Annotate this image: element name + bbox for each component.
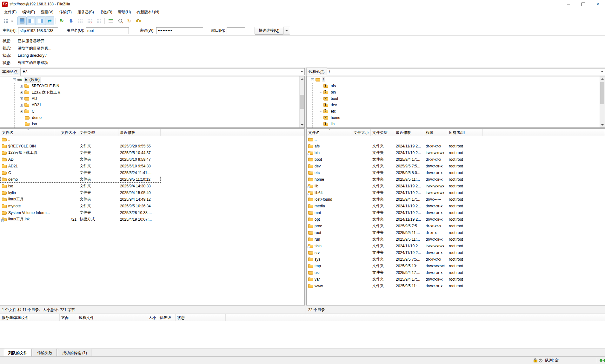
menu-item-2[interactable]: 查看(V) bbox=[38, 9, 56, 16]
tree-expander-minus[interactable]: − bbox=[311, 78, 314, 81]
local-tree-toggle-button[interactable] bbox=[27, 16, 36, 25]
file-row-www[interactable]: www文件夹2025/9/5 11:...drwxr-xr-xroot root bbox=[307, 283, 483, 289]
queue-tab-1[interactable]: 成功的传输 (1) bbox=[58, 349, 91, 357]
column-header-0[interactable]: 文件名∧ bbox=[0, 129, 54, 136]
site-manager-button[interactable] bbox=[1, 16, 10, 25]
file-row-proc[interactable]: proc文件夹2025/9/5 7:5...dr-xr-xr-xroot roo… bbox=[307, 223, 483, 229]
find-button[interactable] bbox=[134, 16, 143, 25]
file-row-sbin[interactable]: ↗sbin文件夹2024/11/19 2...lrwxrwxrwxroot ro… bbox=[307, 243, 483, 249]
remote-site-combobox[interactable]: / bbox=[327, 68, 605, 75]
file-row-..[interactable]: .. bbox=[307, 136, 483, 143]
file-row-ad21[interactable]: AD21文件夹2025/6/10 9:54:38 bbox=[0, 163, 161, 169]
file-row-lostfound[interactable]: lost+found文件夹2025/9/4 17:...drwx------ro… bbox=[307, 196, 483, 203]
queue-column-header-0[interactable]: 服务器/本地文件 bbox=[0, 314, 60, 321]
file-row-demo[interactable]: demo文件夹2025/9/5 11:10:12 bbox=[0, 176, 161, 183]
queue-column-header-4[interactable]: 优先级 bbox=[158, 314, 176, 321]
tree-item-lib[interactable]: ?lib bbox=[307, 121, 605, 127]
column-header-1[interactable]: 文件大小 bbox=[351, 129, 371, 136]
refresh-button[interactable]: ↻ bbox=[57, 16, 66, 25]
file-row-run[interactable]: run文件夹2025/9/5 11:...drwxr-xr-xroot root bbox=[307, 236, 483, 243]
file-row-usr[interactable]: usr文件夹2025/9/4 17:...drwxr-xr-xroot root bbox=[307, 269, 483, 276]
sync-browsing-button[interactable]: ↻ bbox=[124, 16, 134, 25]
tree-item-c[interactable]: +C bbox=[0, 108, 304, 114]
queue-column-header-3[interactable]: 大小 bbox=[133, 314, 158, 321]
tree-item-[interactable]: −/ bbox=[307, 76, 605, 83]
file-row-tmp[interactable]: tmp文件夹2025/9/5 13:...drwxrwxrwtroot root bbox=[307, 263, 483, 269]
file-row-recycle.bin[interactable]: $RECYCLE.BIN文件夹2025/3/28 9:55:55 bbox=[0, 143, 161, 149]
file-row-root[interactable]: root文件夹2025/9/5 11:...dr-xr-x---root roo… bbox=[307, 229, 483, 236]
tree-item-demo[interactable]: demo bbox=[0, 114, 304, 121]
file-row-home[interactable]: home文件夹2025/9/5 11:...drwxr-xr-xroot roo… bbox=[307, 176, 483, 183]
port-input[interactable] bbox=[227, 27, 245, 34]
file-row-..[interactable]: .. bbox=[0, 136, 161, 143]
quickconnect-button[interactable]: 快速连接(Q) bbox=[255, 27, 283, 35]
file-row-c[interactable]: C文件夹2025/5/24 11:41:... bbox=[0, 169, 161, 176]
file-row-mynote[interactable]: mynote文件夹2025/9/5 10:26:34 bbox=[0, 203, 161, 209]
tree-item-e[interactable]: −E: (数据) bbox=[0, 76, 304, 83]
file-row-srv[interactable]: srv文件夹2024/11/19 2...drwxr-xr-xroot root bbox=[307, 249, 483, 256]
tree-item-boot[interactable]: ?boot bbox=[307, 95, 605, 102]
file-row-kylin[interactable]: kylin文件夹2025/9/4 15:05:40 bbox=[0, 189, 161, 196]
file-row-opt[interactable]: opt文件夹2024/11/19 2...drwxr-xr-xroot root bbox=[307, 216, 483, 223]
process-queue-button[interactable]: ⇅ bbox=[66, 16, 76, 25]
file-row-sys[interactable]: sys文件夹2025/9/5 7:5...dr-xr-xr-xroot root bbox=[307, 256, 483, 263]
cancel-button[interactable] bbox=[76, 16, 85, 25]
remote-tree-toggle-button[interactable] bbox=[36, 16, 45, 25]
tree-item-123[interactable]: +123云盘下载工具 bbox=[0, 89, 304, 95]
file-row-etc[interactable]: etc文件夹2025/9/5 8:0...drwxr-xr-xroot root bbox=[307, 169, 483, 176]
file-row-bin[interactable]: ↗bin文件夹2024/11/19 2...lrwxrwxrwxroot roo… bbox=[307, 149, 483, 156]
menu-item-4[interactable]: 服务器(S) bbox=[75, 9, 97, 16]
file-row-lib[interactable]: ↗lib文件夹2024/11/19 2...lrwxrwxrwxroot roo… bbox=[307, 183, 483, 189]
column-header-3[interactable]: 最近修改 bbox=[394, 129, 424, 136]
tree-expander-plus[interactable]: + bbox=[20, 97, 23, 100]
host-input[interactable] bbox=[18, 27, 58, 34]
chevron-down-icon[interactable] bbox=[11, 21, 13, 23]
tree-expander-plus[interactable]: + bbox=[20, 104, 23, 107]
disconnect-button[interactable] bbox=[85, 16, 94, 25]
file-row-lib64[interactable]: ↗lib64文件夹2024/11/19 2...lrwxrwxrwxroot r… bbox=[307, 189, 483, 196]
queue-body[interactable] bbox=[0, 321, 605, 348]
tree-item-dev[interactable]: ?dev bbox=[307, 102, 605, 108]
password-input[interactable] bbox=[156, 27, 203, 34]
close-button[interactable]: × bbox=[590, 0, 605, 8]
file-row-afs[interactable]: afs文件夹2024/11/19 2...dr-xr-xr-xroot root bbox=[307, 143, 483, 149]
column-header-4[interactable]: 权限 bbox=[424, 129, 447, 136]
column-header-2[interactable]: 文件类型 bbox=[371, 129, 394, 136]
tree-item-iso[interactable]: iso bbox=[0, 121, 304, 127]
tree-item-bin[interactable]: ?bin bbox=[307, 89, 605, 95]
transfer-queue-toggle-button[interactable]: ⇄ bbox=[45, 16, 54, 25]
chevron-down-icon[interactable] bbox=[299, 68, 304, 75]
menu-item-3[interactable]: 传输(T) bbox=[56, 9, 74, 16]
tree-expander-plus[interactable]: + bbox=[20, 110, 23, 113]
file-row-iso[interactable]: iso文件夹2025/9/4 14:30:33 bbox=[0, 183, 161, 189]
column-header-3[interactable]: 最近修改 bbox=[118, 129, 161, 136]
file-row-media[interactable]: media文件夹2024/11/19 2...drwxr-xr-xroot ro… bbox=[307, 203, 483, 209]
queue-column-header-1[interactable]: 方向 bbox=[60, 314, 77, 321]
menu-item-5[interactable]: 书签(B) bbox=[97, 9, 115, 16]
maximize-button[interactable] bbox=[576, 0, 590, 8]
column-header-2[interactable]: 文件类型 bbox=[78, 129, 118, 136]
tree-expander-minus[interactable]: − bbox=[13, 78, 16, 81]
local-site-combobox[interactable]: E:\ bbox=[21, 68, 305, 75]
file-row-systemvolumeinform...[interactable]: System Volume Inform...文件夹2025/3/28 10:3… bbox=[0, 209, 161, 216]
quickconnect-dropdown-button[interactable] bbox=[283, 27, 290, 35]
tree-item-home[interactable]: ?home bbox=[307, 114, 605, 121]
compare-button[interactable] bbox=[115, 16, 124, 25]
column-header-5[interactable]: 所有者/组 bbox=[447, 129, 483, 136]
tree-item-etc[interactable]: ?etc bbox=[307, 108, 605, 114]
tree-expander-plus[interactable]: + bbox=[20, 91, 23, 94]
queue-column-header-2[interactable]: 远程文件 bbox=[77, 314, 133, 321]
file-row-dev[interactable]: dev文件夹2025/9/5 7:5...drwxr-xr-xroot root bbox=[307, 163, 483, 169]
tree-item-ad[interactable]: +AD bbox=[0, 95, 304, 102]
reconnect-button[interactable] bbox=[94, 16, 103, 25]
filter-button[interactable] bbox=[106, 16, 115, 25]
message-log-toggle-button[interactable] bbox=[17, 16, 27, 25]
tree-item-recyclebin[interactable]: +$RECYCLE.BIN bbox=[0, 83, 304, 89]
menu-item-1[interactable]: 编辑(E) bbox=[19, 9, 38, 16]
file-row-mnt[interactable]: mnt文件夹2024/11/19 2...drwxr-xr-xroot root bbox=[307, 209, 483, 216]
queue-column-header-5[interactable]: 状态 bbox=[176, 314, 226, 321]
file-row-var[interactable]: var文件夹2025/9/4 17:...drwxr-xr-xroot root bbox=[307, 276, 483, 283]
file-row-123[interactable]: 123云盘下载工具文件夹2025/9/5 10:44:37 bbox=[0, 149, 161, 156]
tree-item-afs[interactable]: ?afs bbox=[307, 83, 605, 89]
column-header-0[interactable]: 文件名∧ bbox=[307, 129, 351, 136]
